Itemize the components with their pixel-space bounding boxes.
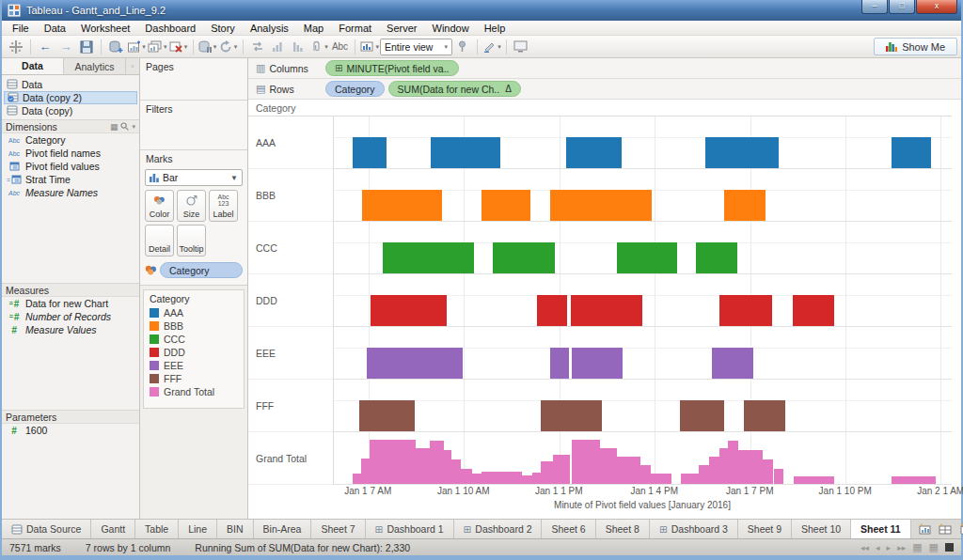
tab-data[interactable]: Data [2,58,64,74]
gantt-bar[interactable] [572,348,623,379]
columns-shelf[interactable]: ▥ Columns ⊞MINUTE(Pivot field va.. [248,58,961,79]
sheet-tab-sheet-11[interactable]: Sheet 11 [851,520,911,538]
gantt-bar[interactable] [719,295,772,326]
new-worksheet-button[interactable]: ▾ [127,38,146,56]
gantt-bar[interactable] [712,348,753,379]
measure-measure-values[interactable]: #Measure Values [2,323,139,336]
row-label-eee[interactable]: EEE [248,327,333,380]
histogram-bar[interactable] [763,459,773,484]
gantt-bar[interactable] [793,295,834,326]
label-button[interactable]: Abc123Label [209,190,238,222]
histogram-bar[interactable] [370,440,416,485]
show-me-button[interactable]: Show Me [874,38,957,55]
columns-pill-minute-pivot-field-va-[interactable]: ⊞MINUTE(Pivot field va.. [325,60,459,76]
row-label-ddd[interactable]: DDD [248,274,333,327]
rows-shelf[interactable]: ▤ Rows CategorySUM(Data for new Ch..Δ [248,79,961,100]
histogram-bar[interactable] [719,448,728,484]
gantt-bar[interactable] [537,295,567,326]
gantt-bar[interactable] [617,242,677,273]
row-label-fff[interactable]: FFF [248,380,333,432]
histogram-bar[interactable] [774,469,784,484]
gantt-bar[interactable] [541,400,603,431]
gantt-bar[interactable] [383,242,473,273]
histogram-bar[interactable] [617,457,640,484]
row-label-grand-total[interactable]: Grand Total [248,432,333,485]
histogram-bar[interactable] [532,473,541,485]
view-grid-icon[interactable]: ▦ [110,122,118,132]
legend-item-ddd[interactable]: DDD [144,346,244,359]
histogram-bar[interactable] [472,474,482,484]
dimension-strat-time[interactable]: =Strat Time [2,173,139,186]
legend-item-grand-total[interactable]: Grand Total [144,385,244,398]
menu-worksheet[interactable]: Worksheet [74,22,136,35]
gantt-bar[interactable] [353,137,386,168]
presentation-mode-button[interactable] [512,38,530,56]
fit-mode-select[interactable]: Entire view▾ [380,39,452,55]
histogram-bar[interactable] [361,459,370,485]
dimension-category[interactable]: AbcCategory [2,133,139,147]
gantt-bar[interactable] [493,242,555,273]
histogram-bar[interactable] [553,455,570,484]
save-button[interactable] [77,38,96,56]
gantt-bar[interactable] [482,190,530,221]
menu-dashboard[interactable]: Dashboard [138,22,202,35]
menu-server[interactable]: Server [380,22,423,35]
histogram-bar[interactable] [794,476,834,485]
gantt-bar[interactable] [359,400,415,431]
dimensions-header[interactable]: Dimensions ▦ ▾ [2,119,139,133]
menu-file[interactable]: File [6,22,36,35]
pane-pin-icon[interactable]: ▫ [126,58,139,74]
histogram-bar[interactable] [651,474,671,484]
sheet-tab-sheet-10[interactable]: Sheet 10 [792,520,851,538]
gantt-bar[interactable] [696,242,737,273]
histogram-bar[interactable] [709,457,719,484]
measures-header[interactable]: Measures [2,283,139,297]
marks-pill-category[interactable]: Category [160,262,243,278]
sheet-tab-bin-area[interactable]: Bin-Area [254,520,312,538]
sheet-tab-table[interactable]: Table [135,520,179,538]
sheet-sorter-icon[interactable] [945,543,954,552]
chevron-down-icon[interactable]: ▾ [132,123,135,131]
histogram-bar[interactable] [681,474,699,484]
histogram-bar[interactable] [892,476,936,485]
swap-rows-columns-button[interactable] [248,38,267,56]
tooltip-button[interactable]: Tooltip [177,225,206,257]
histogram-bar[interactable] [430,441,444,485]
pages-shelf[interactable]: Pages [140,58,247,101]
plot-area[interactable] [333,117,952,485]
menu-analysis[interactable]: Analysis [244,22,295,35]
mark-type-dropdown[interactable]: Bar ▼ [145,169,243,186]
histogram-bar[interactable] [482,472,522,485]
highlight-button[interactable]: ▾ [482,38,501,56]
first-sheet-icon[interactable]: ◂◂ [860,543,869,552]
legend-item-bbb[interactable]: BBB [144,319,244,333]
show-mark-labels-button[interactable]: Abc [331,38,350,56]
clear-sheet-button[interactable]: ▾ [169,38,188,56]
menu-format[interactable]: Format [332,22,378,35]
start-page-button[interactable] [7,38,25,56]
gantt-bar[interactable] [680,400,724,431]
histogram-bar[interactable] [640,465,651,484]
datasource-data-copy-2-[interactable]: Data (copy 2) [4,91,137,104]
histogram-bar[interactable] [600,448,617,484]
rows-pill-sum-data-for-new-ch-[interactable]: SUM(Data for new Ch..Δ [388,81,521,97]
gantt-bar[interactable] [571,295,642,326]
fit-button[interactable]: ▾ [360,38,380,56]
gantt-bar[interactable] [744,400,785,431]
sheet-tab-sheet-7[interactable]: Sheet 7 [311,520,365,538]
measure-number-of-records[interactable]: =#Number of Records [2,310,139,323]
histogram-bar[interactable] [522,475,532,484]
gantt-bar[interactable] [705,137,779,168]
filters-shelf[interactable]: Filters [140,101,247,150]
next-sheet-icon[interactable]: ▸ [887,543,892,552]
sort-descending-button[interactable] [290,38,308,56]
parameter-1600[interactable]: #1600 [2,424,139,437]
sheet-tab-dashboard-2[interactable]: ⊞Dashboard 2 [454,520,543,538]
sheet-tab-bin[interactable]: BIN [217,520,254,538]
histogram-bar[interactable] [444,450,451,484]
redo-button[interactable]: → [56,38,75,56]
parameters-header[interactable]: Parameters [2,410,139,424]
size-button[interactable]: Size [177,190,206,222]
gantt-bar[interactable] [724,190,766,221]
show-filmstrip-icon[interactable]: ▦ [929,541,939,553]
